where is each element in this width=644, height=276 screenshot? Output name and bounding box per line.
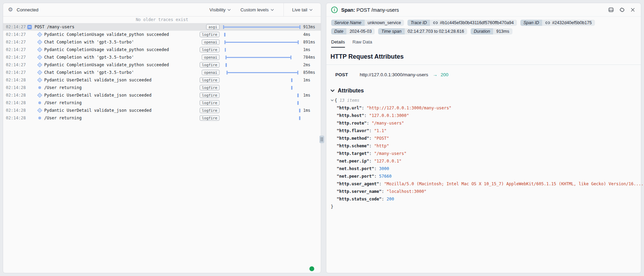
trace-row-label: Chat Completion with 'gpt-3.5-turbo' [44, 38, 134, 46]
trace-row-timestamp: 02:14:27 [6, 31, 26, 38]
trace-row[interactable]: 02:14:27 POST /many-users asgi 913ms [3, 23, 321, 31]
trace-row[interactable]: 02:14:28 /User returning logfire [3, 114, 321, 122]
badge-label: Time span [378, 28, 404, 34]
trace-row-timestamp: 02:14:28 [6, 107, 26, 114]
diamond-icon[interactable] [37, 38, 42, 46]
badge-value: 02:14:27.703 to 02:14:28.616 [405, 28, 467, 34]
items-count: 13 items [339, 97, 359, 104]
attribute-entry: "net.peer.port": 57660 [331, 172, 636, 180]
trace-row-label: Chat Completion with 'gpt-3.5-turbo' [44, 69, 134, 76]
close-brace: } [331, 203, 636, 210]
duration-bar-track [223, 53, 300, 61]
duration-text: 891ms [303, 38, 315, 46]
settings-gear-icon[interactable]: ⚙ [8, 7, 13, 12]
chevron-down-icon [228, 9, 231, 11]
trace-id-badge[interactable]: Trace ID #b1c445ef3b0b43116df5760ffb470a… [407, 20, 517, 26]
circle-icon[interactable] [37, 114, 42, 122]
panel-layout-icon [608, 7, 614, 13]
service-name-badge: Service Name unknown_service [331, 20, 404, 26]
duration-bar-track [223, 76, 300, 84]
trace-row[interactable]: 02:14:28 /User returning logfire [3, 84, 321, 91]
duration-text: 1ms [303, 76, 310, 84]
badge-value: unknown_service [365, 20, 404, 26]
tab-details[interactable]: Details [331, 39, 345, 48]
circle-icon[interactable] [37, 99, 42, 107]
trace-row[interactable]: 02:14:27 Chat Completion with 'gpt-3.5-t… [3, 69, 321, 76]
scope-badge: logfire [200, 77, 220, 83]
duration-bar [224, 42, 299, 43]
tab-raw-data[interactable]: Raw Data [353, 39, 372, 48]
span-details-panel: i Span: POST /many-users Service Name [326, 3, 641, 273]
date-badge: Date 2024-05-03 [331, 28, 375, 34]
trace-row-label: /User returning [44, 99, 81, 107]
trace-row-timestamp: 02:14:28 [6, 91, 26, 99]
span-id-badge[interactable]: Span ID #2432d40ef5b0b175 [520, 20, 595, 26]
trace-row[interactable]: 02:14:27 Pydantic CompletionUsage valida… [3, 61, 321, 69]
close-panel-button[interactable] [630, 7, 635, 12]
duration-bar-track [223, 84, 300, 91]
duration-bar [225, 57, 291, 58]
diamond-icon[interactable] [37, 46, 42, 53]
scope-badge: logfire [200, 108, 220, 113]
duration-bar-track [223, 114, 300, 122]
trace-row[interactable]: 02:14:28 Pydantic UserDetail validate_js… [3, 107, 321, 114]
attribute-key: "http.server_name" [337, 189, 382, 194]
duration-bar [227, 72, 298, 73]
scope-badge: logfire [200, 47, 220, 52]
panel-resize-handle[interactable] [319, 136, 324, 143]
circle-icon[interactable] [37, 84, 42, 91]
attribute-entry: "http.url": "http://127.0.0.1:3000/many-… [331, 104, 636, 112]
diamond-icon[interactable] [37, 69, 42, 76]
attribute-entry: "http.host": "127.0.0.1:3000" [331, 112, 636, 119]
trace-row[interactable]: 02:14:28 Pydantic UserDetail validate_js… [3, 76, 321, 84]
copy-link-button[interactable] [619, 7, 625, 13]
badge-label: Date [331, 28, 346, 34]
trace-row[interactable]: 02:14:28 Pydantic UserDetail validate_js… [3, 91, 321, 99]
diamond-icon[interactable] [37, 53, 42, 61]
attribute-entries: "http.url": "http://127.0.0.1:3000/many-… [331, 104, 636, 203]
duration-text: 1ms [303, 91, 310, 99]
trace-row-label: Pydantic CompletionUsage validate_python… [44, 61, 169, 69]
diamond-icon[interactable] [37, 61, 42, 69]
trace-row-timestamp: 02:14:27 [6, 23, 26, 31]
visibility-dropdown[interactable]: Visibility [210, 7, 231, 12]
scope-badge: logfire [200, 62, 220, 68]
diamond-icon[interactable] [37, 91, 42, 99]
trace-row[interactable]: 02:14:27 Chat Completion with 'gpt-3.5-t… [3, 53, 321, 61]
diamond-icon[interactable] [37, 31, 42, 38]
attribute-entry: "http.server_name": "localhost:3000" [331, 188, 636, 195]
trace-row[interactable]: 02:14:27 Pydantic CompletionUsage valida… [3, 46, 321, 53]
duration-text: 1ms [303, 107, 310, 114]
duration-bar-track [223, 99, 300, 107]
diamond-icon[interactable] [37, 76, 42, 84]
attributes-section-header[interactable]: Attributes [326, 77, 641, 94]
span-title-prefix: Span: [341, 7, 355, 13]
diamond-icon[interactable] [37, 107, 42, 114]
attribute-key: "http.user_agent" [337, 181, 379, 186]
attribute-value: "127.0.0.1:3000" [369, 113, 409, 118]
attribute-key: "net.peer.ip" [337, 159, 369, 164]
trace-row[interactable]: 02:14:27 Pydantic CompletionUsage valida… [3, 31, 321, 38]
trace-row[interactable]: 02:14:28 /User returning logfire [3, 99, 321, 107]
dock-panel-button[interactable] [608, 7, 614, 13]
collapse-square-icon[interactable] [27, 23, 32, 31]
attribute-key: "http.url" [337, 106, 362, 110]
duration-bar-track [223, 61, 300, 69]
trace-row-label: /User returning [44, 84, 81, 91]
attribute-entry: "http.status_code": 200 [331, 195, 636, 203]
arrow-right-icon: → [433, 72, 438, 77]
attribute-value: "http" [374, 144, 389, 148]
json-open-line[interactable]: { 13 items [331, 97, 636, 104]
trace-row[interactable]: 02:14:27 Chat Completion with 'gpt-3.5-t… [3, 38, 321, 46]
live-indicator-dot [309, 266, 314, 271]
custom-levels-dropdown[interactable]: Custom levels [240, 7, 274, 12]
scope-badge: logfire [200, 32, 220, 37]
live-tail-dropdown[interactable]: Live tail [292, 7, 313, 12]
link-icon [545, 20, 550, 25]
chevron-down-icon [331, 99, 334, 101]
http-status-code: 200 [441, 72, 449, 77]
open-brace: { [335, 97, 337, 104]
attributes-json-viewer: { 13 items "http.url": "http://127.0.0.1… [326, 94, 641, 210]
duration-bar [224, 33, 225, 37]
attribute-key: "net.peer.port" [337, 174, 374, 179]
